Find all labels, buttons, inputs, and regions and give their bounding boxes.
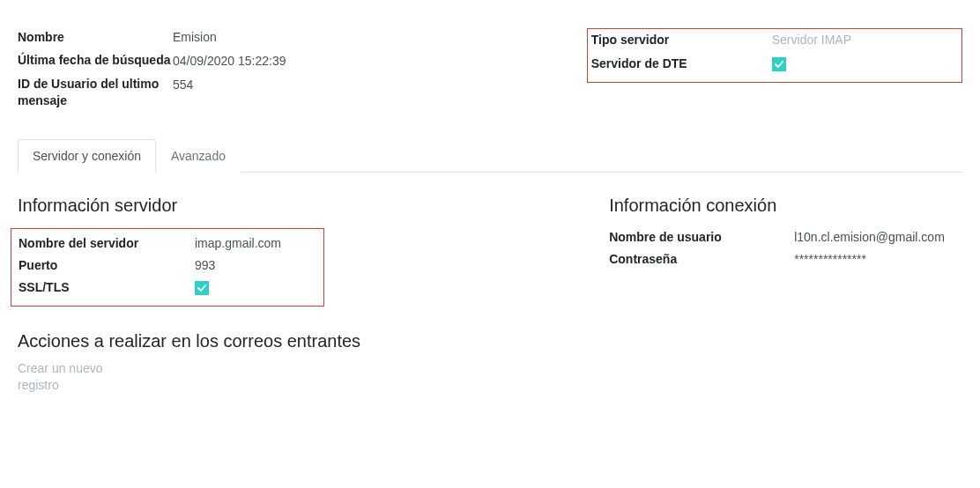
server-info-title: Información servidor [18,196,584,216]
server-type-highlight: Tipo servidor Servidor IMAP Servidor de … [587,28,962,83]
port-label: Puerto [19,256,195,275]
check-icon [775,60,783,69]
ssl-value [195,278,316,297]
conn-pass-value: *************** [794,250,962,269]
ssl-checkbox[interactable] [195,281,209,295]
conn-pass-label: Contraseña [609,250,794,269]
top-left-fields: Nombre Emision Última fecha de búsqueda … [18,28,566,115]
dte-checkbox[interactable] [772,57,786,71]
top-right-fields: Tipo servidor Servidor IMAP Servidor de … [587,28,962,115]
field-server-type: Tipo servidor Servidor IMAP [591,31,958,49]
actions-title: Acciones a realizar en los correos entra… [18,331,584,351]
field-ssl: SSL/TLS [19,278,316,297]
tab-advanced[interactable]: Avanzado [156,139,241,173]
server-info-highlight: Nombre del servidor imap.gmail.com Puert… [11,228,324,307]
field-last-search: Última fecha de búsqueda 04/09/2020 15:2… [18,52,566,70]
field-port: Puerto 993 [19,256,316,275]
field-user-id: ID de Usuario del ultimo mensaje 554 [18,76,566,109]
server-name-label: Nombre del servidor [19,234,195,253]
check-icon [197,284,206,292]
dte-value [772,55,958,73]
field-conn-pass: Contraseña *************** [609,250,962,269]
conn-user-value: l10n.cl.emision@gmail.com [794,228,962,247]
field-dte: Servidor de DTE [591,55,958,73]
tabs: Servidor y conexión Avanzado [18,139,962,173]
name-label: Nombre [18,28,173,47]
conn-info-title: Información conexión [609,196,962,216]
conn-info-box: Nombre de usuario l10n.cl.emision@gmail.… [609,228,962,269]
server-type-label: Tipo servidor [591,31,772,49]
field-server-name: Nombre del servidor imap.gmail.com [19,234,316,253]
ssl-label: SSL/TLS [19,278,195,297]
tab-server-connection[interactable]: Servidor y conexión [18,139,156,173]
user-id-label: ID de Usuario del ultimo mensaje [18,76,173,109]
action-create-new[interactable]: Crear un nuevo registro [18,360,141,394]
port-value: 993 [195,256,316,275]
last-search-label: Última fecha de búsqueda [18,52,173,70]
name-value: Emision [173,28,566,47]
user-id-value: 554 [173,76,566,109]
dte-label: Servidor de DTE [591,55,772,73]
conn-user-label: Nombre de usuario [609,228,794,247]
field-conn-user: Nombre de usuario l10n.cl.emision@gmail.… [609,228,962,247]
field-name: Nombre Emision [18,28,566,47]
server-type-value: Servidor IMAP [772,31,958,49]
last-search-value: 04/09/2020 15:22:39 [173,52,566,70]
server-name-value: imap.gmail.com [195,234,316,253]
